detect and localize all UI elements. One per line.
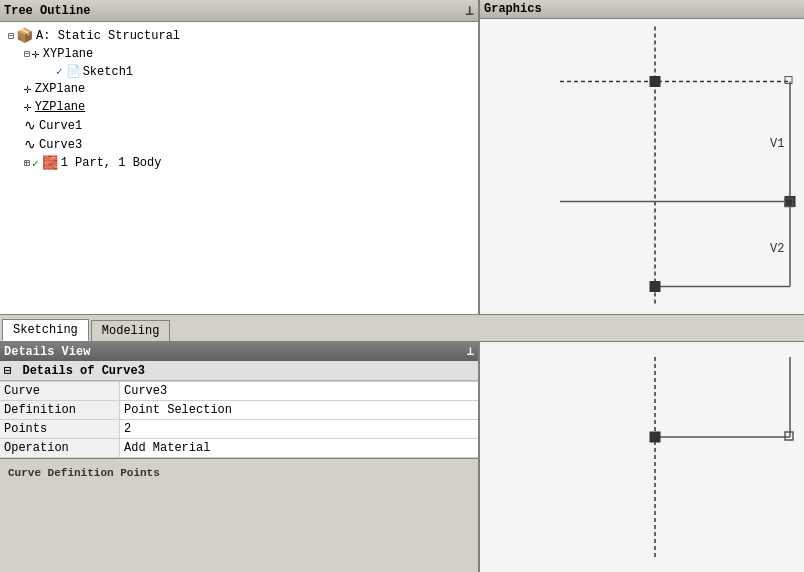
- bottom-area: Details View ⊥ ⊟ Details of Curve3 Curve…: [0, 342, 804, 572]
- tabs-bar: Sketching Modeling: [0, 314, 804, 342]
- details-view-pin[interactable]: ⊥: [467, 344, 474, 359]
- tree-item-curve3[interactable]: ∿ Curve3: [4, 135, 474, 154]
- details-view-title: Details View: [4, 345, 90, 359]
- svg-rect-0: [480, 27, 804, 307]
- yzplane-icon: ✛: [24, 99, 32, 115]
- details-label-definition: Definition: [0, 401, 120, 419]
- structural-icon: 📦: [16, 27, 33, 44]
- graphics-svg: V1 V2: [480, 19, 804, 314]
- graphics-panel: Graphics: [480, 0, 804, 314]
- tree-item-yzplane[interactable]: ✛ YZPlane: [4, 98, 474, 116]
- details-value-definition: Point Selection: [120, 401, 478, 419]
- tree-outline-panel: Tree Outline ⊥ ⊟ 📦 A: Static Structural …: [0, 0, 480, 314]
- bottom-graphics-svg: [480, 342, 804, 572]
- details-row-points: Points 2: [0, 420, 478, 439]
- details-view-panel: Details View ⊥ ⊟ Details of Curve3 Curve…: [0, 342, 480, 572]
- v1-label: V1: [770, 137, 784, 151]
- tree-label-structural: A: Static Structural: [36, 29, 180, 43]
- details-value-curve: Curve3: [120, 382, 478, 400]
- details-section-title-row: ⊟ Details of Curve3: [0, 361, 478, 382]
- tree-item-static-structural[interactable]: ⊟ 📦 A: Static Structural: [4, 26, 474, 45]
- tree-item-xyplane[interactable]: ⊟ ✛ XYPlane: [4, 45, 474, 63]
- tree-item-zxplane[interactable]: ✛ ZXPlane: [4, 80, 474, 98]
- sketch1-doc-icon: 📄: [66, 64, 81, 79]
- tree-outline-title: Tree Outline: [4, 4, 90, 18]
- tree-label-part-body: 1 Part, 1 Body: [61, 156, 162, 170]
- curve3-icon: ∿: [24, 136, 36, 153]
- svg-rect-16: [650, 432, 660, 442]
- details-value-operation: Add Material: [120, 439, 478, 457]
- tree-content: ⊟ 📦 A: Static Structural ⊟ ✛ XYPlane ✓ 📄…: [0, 22, 478, 314]
- expand-icon-structural[interactable]: ⊟: [8, 30, 14, 42]
- graphics-header: Graphics: [480, 0, 804, 19]
- curve-def-label: Curve Definition Points: [4, 463, 474, 483]
- xyplane-icon: ✛: [32, 46, 40, 62]
- bottom-graphics: [480, 342, 804, 572]
- tree-outline-header: Tree Outline ⊥: [0, 0, 478, 22]
- curve1-icon: ∿: [24, 117, 36, 134]
- tree-label-sketch1: Sketch1: [83, 65, 133, 79]
- details-value-points: 2: [120, 420, 478, 438]
- tree-outline-pin[interactable]: ⊥: [466, 2, 474, 19]
- tab-sketching[interactable]: Sketching: [2, 319, 89, 341]
- tab-modeling[interactable]: Modeling: [91, 320, 171, 341]
- tree-label-curve3: Curve3: [39, 138, 82, 152]
- zxplane-icon: ✛: [24, 81, 32, 97]
- graphics-title: Graphics: [484, 2, 542, 16]
- sketch1-check-icon: ✓: [56, 65, 63, 78]
- details-label-curve: Curve: [0, 382, 120, 400]
- svg-rect-6: [650, 77, 660, 87]
- details-row-curve: Curve Curve3: [0, 382, 478, 401]
- expand-icon-xyplane[interactable]: ⊟: [24, 48, 30, 60]
- details-row-operation: Operation Add Material: [0, 439, 478, 458]
- tree-label-curve1: Curve1: [39, 119, 82, 133]
- tree-label-xyplane: XYPlane: [43, 47, 93, 61]
- part-icon: 🧱: [42, 155, 58, 171]
- v2-label: V2: [770, 242, 784, 256]
- details-row-definition: Definition Point Selection: [0, 401, 478, 420]
- details-section-title: Details of Curve3: [22, 364, 144, 378]
- tree-item-part-body[interactable]: ⊞ ✓ 🧱 1 Part, 1 Body: [4, 154, 474, 172]
- details-label-operation: Operation: [0, 439, 120, 457]
- details-view-header: Details View ⊥: [0, 342, 478, 361]
- graphics-content: V1 V2: [480, 19, 804, 314]
- tree-label-yzplane: YZPlane: [35, 100, 85, 114]
- part-check-icon: ✓: [32, 157, 39, 170]
- curve-definition-points-panel: Curve Definition Points: [0, 458, 478, 487]
- tree-item-curve1[interactable]: ∿ Curve1: [4, 116, 474, 135]
- svg-rect-11: [480, 357, 804, 557]
- tree-item-sketch1[interactable]: ✓ 📄 Sketch1: [4, 63, 474, 80]
- expand-icon-part[interactable]: ⊞: [24, 157, 30, 169]
- details-label-points: Points: [0, 420, 120, 438]
- tree-label-zxplane: ZXPlane: [35, 82, 85, 96]
- curve-def-title: Curve Definition Points: [8, 467, 160, 479]
- svg-rect-8: [650, 282, 660, 292]
